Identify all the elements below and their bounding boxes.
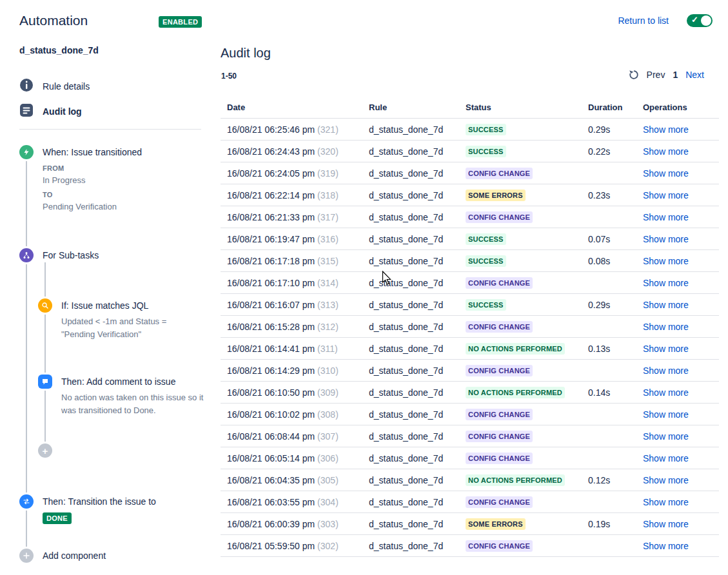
audit-entry-id: (314): [315, 278, 339, 288]
trigger-component[interactable]: When: Issue transitioned FROM In Progres…: [19, 145, 142, 211]
audit-rule-cell: d_status_done_7d: [362, 338, 459, 360]
column-header-duration: Duration: [582, 97, 636, 119]
return-to-list-link[interactable]: Return to list: [618, 15, 669, 26]
show-more-link[interactable]: Show more: [643, 365, 689, 376]
status-badge: SUCCESS: [466, 233, 506, 245]
show-more-link[interactable]: Show more: [643, 256, 689, 266]
condition-detail: Updated < -1m and Status = "Pending Veri…: [61, 315, 193, 341]
sidebar-item-audit-log[interactable]: Audit log: [19, 103, 82, 120]
pagination-prev[interactable]: Prev: [647, 70, 665, 80]
show-more-link[interactable]: Show more: [643, 431, 689, 442]
audit-date: 16/08/21 06:10:50 pm: [227, 387, 315, 398]
audit-operations-cell: Show more: [636, 360, 719, 382]
audit-duration-cell: [582, 404, 636, 425]
show-more-link[interactable]: Show more: [643, 541, 689, 551]
show-more-link[interactable]: Show more: [643, 409, 689, 420]
branch-title[interactable]: For Sub-tasks: [43, 248, 99, 262]
sidebar-divider: [19, 129, 201, 130]
audit-status-cell: SOME ERRORS: [459, 184, 582, 206]
audit-status-cell: SUCCESS: [459, 141, 582, 162]
status-badge: CONFIG CHANGE: [466, 211, 533, 223]
table-row: 16/08/21 06:25:46 pm (321)d_status_done_…: [221, 119, 719, 141]
show-more-link[interactable]: Show more: [643, 190, 689, 200]
rule-enabled-toggle[interactable]: ✓: [687, 14, 713, 27]
status-badge: NO ACTIONS PERFORMED: [466, 474, 565, 486]
audit-date-cell: 16/08/21 06:16:07 pm (313): [221, 294, 362, 316]
pagination-next[interactable]: Next: [685, 70, 704, 80]
audit-operations-cell: Show more: [636, 250, 719, 272]
trigger-to-label: TO: [43, 191, 142, 199]
audit-rule-cell: d_status_done_7d: [362, 491, 459, 513]
status-badge: SUCCESS: [466, 255, 506, 267]
table-row: 16/08/21 06:17:18 pm (315)d_status_done_…: [221, 250, 719, 272]
add-branch-component-button[interactable]: +: [38, 443, 52, 458]
show-more-link[interactable]: Show more: [643, 519, 689, 529]
show-more-link[interactable]: Show more: [643, 497, 689, 507]
table-row: 16/08/21 06:14:41 pm (311)d_status_done_…: [221, 338, 719, 360]
audit-status-cell: CONFIG CHANGE: [459, 316, 582, 338]
transition-action-component[interactable]: Then: Transition the issue to DONE: [19, 494, 156, 524]
branch-component[interactable]: For Sub-tasks: [19, 248, 99, 262]
column-header-status: Status: [459, 97, 582, 119]
audit-operations-cell: Show more: [636, 119, 719, 141]
show-more-link[interactable]: Show more: [643, 453, 689, 463]
show-more-link[interactable]: Show more: [643, 168, 689, 179]
audit-date-cell: 16/08/21 06:10:50 pm (309): [221, 382, 362, 404]
table-row: 16/08/21 06:10:02 pm (308)d_status_done_…: [221, 404, 719, 425]
show-more-link[interactable]: Show more: [643, 278, 689, 288]
audit-operations-cell: Show more: [636, 338, 719, 360]
show-more-link[interactable]: Show more: [643, 387, 689, 398]
audit-date-cell: 16/08/21 06:24:05 pm (319): [221, 162, 362, 184]
audit-operations-cell: Show more: [636, 228, 719, 250]
audit-date-cell: 16/08/21 06:04:35 pm (305): [221, 469, 362, 491]
audit-rule-cell: d_status_done_7d: [362, 250, 459, 272]
transition-action-title[interactable]: Then: Transition the issue to: [43, 494, 156, 508]
comment-action-component[interactable]: Then: Add comment to issue No action was…: [38, 375, 206, 417]
audit-entry-id: (305): [315, 475, 339, 485]
audit-status-cell: SUCCESS: [459, 294, 582, 316]
show-more-link[interactable]: Show more: [643, 212, 689, 222]
condition-component[interactable]: If: Issue matches JQL Updated < -1m and …: [38, 298, 193, 341]
audit-status-cell: CONFIG CHANGE: [459, 360, 582, 382]
status-badge: CONFIG CHANGE: [466, 277, 533, 289]
audit-duration-cell: 0.23s: [582, 184, 636, 206]
info-icon: [19, 78, 34, 95]
show-more-link[interactable]: Show more: [643, 234, 689, 244]
table-row: 16/08/21 06:19:47 pm (316)d_status_done_…: [221, 228, 719, 250]
audit-entry-id: (304): [315, 497, 339, 507]
audit-duration-cell: [582, 272, 636, 294]
audit-status-cell: CONFIG CHANGE: [459, 447, 582, 469]
status-badge: CONFIG CHANGE: [466, 409, 533, 420]
trigger-title[interactable]: When: Issue transitioned: [43, 145, 142, 159]
comment-action-title[interactable]: Then: Add comment to issue: [61, 375, 206, 388]
column-header-operations: Operations: [636, 97, 719, 119]
audit-operations-cell: Show more: [636, 469, 719, 491]
show-more-link[interactable]: Show more: [643, 124, 689, 135]
audit-duration-cell: 0.07s: [582, 228, 636, 250]
status-badge: SUCCESS: [466, 299, 506, 311]
refresh-icon[interactable]: [629, 70, 639, 80]
sidebar-item-rule-details[interactable]: Rule details: [19, 78, 90, 95]
audit-rule-cell: d_status_done_7d: [362, 447, 459, 469]
show-more-link[interactable]: Show more: [643, 146, 689, 157]
comment-icon: [38, 375, 52, 389]
audit-duration-cell: 0.13s: [582, 338, 636, 360]
audit-rule-cell: d_status_done_7d: [362, 513, 459, 535]
audit-date-cell: 16/08/21 06:24:43 pm (320): [221, 141, 362, 162]
add-component-row[interactable]: Add component: [19, 549, 106, 563]
add-component-label[interactable]: Add component: [43, 549, 106, 562]
show-more-link[interactable]: Show more: [643, 322, 689, 332]
status-badge: CONFIG CHANGE: [466, 431, 533, 442]
audit-log-table: Date Rule Status Duration Operations 16/…: [221, 97, 719, 557]
audit-operations-cell: Show more: [636, 294, 719, 316]
table-header-row: Date Rule Status Duration Operations: [221, 97, 719, 119]
audit-date-cell: 16/08/21 06:00:39 pm (303): [221, 513, 362, 535]
done-status-badge: DONE: [43, 512, 72, 524]
audit-duration-cell: [582, 491, 636, 513]
table-row: 16/08/21 06:24:05 pm (319)d_status_done_…: [221, 162, 719, 184]
condition-title[interactable]: If: Issue matches JQL: [61, 298, 193, 312]
trigger-from-label: FROM: [43, 164, 142, 172]
show-more-link[interactable]: Show more: [643, 475, 689, 485]
show-more-link[interactable]: Show more: [643, 344, 689, 354]
show-more-link[interactable]: Show more: [643, 300, 689, 310]
